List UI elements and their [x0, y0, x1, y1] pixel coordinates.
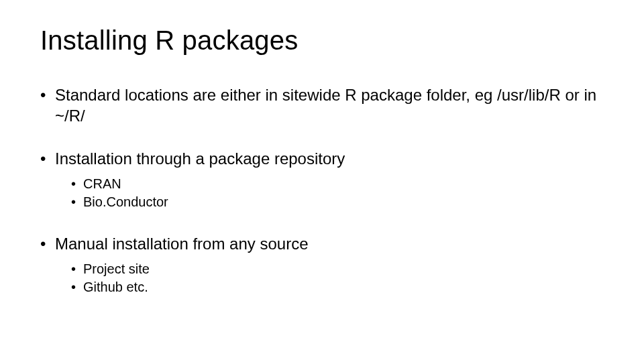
sub-bullet-text: Project site	[83, 261, 150, 276]
sub-bullet-text: CRAN	[83, 176, 121, 191]
sub-bullet-list: Project site Github etc.	[55, 260, 604, 296]
bullet-text: Installation through a package repositor…	[55, 149, 345, 168]
list-item: Installation through a package repositor…	[40, 149, 604, 211]
bullet-text: Standard locations are either in sitewid…	[55, 86, 596, 125]
list-item: Project site	[71, 260, 604, 278]
list-item: Github etc.	[71, 278, 604, 296]
list-item: CRAN	[71, 175, 604, 193]
sub-bullet-list: CRAN Bio.Conductor	[55, 175, 604, 211]
slide-title: Installing R packages	[40, 25, 604, 56]
bullet-list: Standard locations are either in sitewid…	[40, 85, 604, 296]
bullet-text: Manual installation from any source	[55, 235, 309, 253]
list-item: Bio.Conductor	[71, 193, 604, 211]
list-item: Manual installation from any source Proj…	[40, 234, 604, 296]
list-item: Standard locations are either in sitewid…	[40, 85, 604, 126]
sub-bullet-text: Github etc.	[83, 280, 148, 294]
sub-bullet-text: Bio.Conductor	[83, 194, 168, 209]
